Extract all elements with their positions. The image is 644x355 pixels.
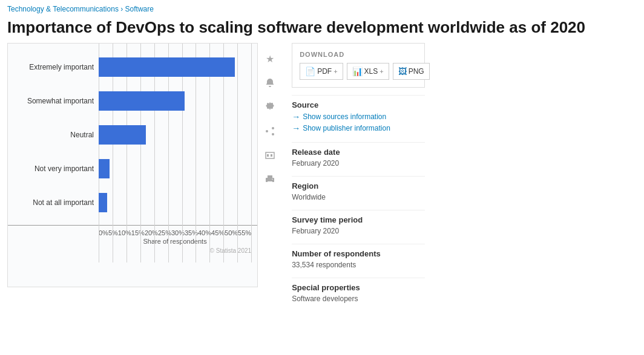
show-publisher-text: Show publisher information	[303, 124, 390, 132]
bar-container	[99, 90, 251, 112]
download-box: DOWNLOAD 📄 PDF + 📊 XLS + 🖼 PNG	[292, 43, 425, 88]
bar-row: Extremely important	[99, 56, 251, 79]
png-icon: 🖼	[398, 67, 407, 76]
pdf-label: PDF	[317, 67, 332, 76]
pdf-icon: 📄	[305, 67, 315, 76]
action-icons-panel: ★	[258, 43, 282, 309]
bar-label: Neutral	[9, 131, 94, 139]
print-icon[interactable]	[261, 171, 278, 188]
gear-icon[interactable]	[261, 99, 278, 116]
download-pdf-button[interactable]: 📄 PDF +	[300, 63, 343, 80]
show-publisher-link[interactable]: → Show publisher information	[292, 123, 425, 133]
release-date-label: Release date	[292, 148, 425, 157]
chart-inner: Extremely importantSomewhat importantNeu…	[8, 50, 257, 225]
x-tick: 45%	[211, 229, 225, 236]
x-tick: 40%	[198, 229, 211, 236]
bar-row: Somewhat important	[99, 90, 251, 112]
star-icon[interactable]: ★	[261, 50, 278, 67]
download-png-button[interactable]: 🖼 PNG	[393, 63, 430, 80]
show-sources-link[interactable]: → Show sources information	[292, 112, 425, 122]
bar-label: Somewhat important	[9, 97, 94, 105]
bar-row: Not very important	[99, 157, 251, 180]
show-sources-text: Show sources information	[303, 112, 386, 121]
bar-container	[99, 158, 251, 180]
bar-label: Not at all important	[9, 198, 94, 207]
bell-icon[interactable]	[261, 74, 278, 91]
region-label: Region	[292, 181, 425, 191]
x-tick: 30%	[171, 229, 185, 236]
x-tick: 50%	[225, 229, 238, 236]
respondents-section: Number of respondents 33,534 respondents	[292, 244, 425, 275]
bar-fill	[99, 57, 235, 77]
breadcrumb: Technology & Telecommunications › Softwa…	[0, 0, 644, 16]
bar-fill	[99, 125, 146, 145]
bar-label: Extremely important	[9, 63, 94, 71]
x-tick: 10%	[118, 229, 131, 236]
breadcrumb-separator: ›	[120, 5, 123, 13]
x-tick: 20%	[145, 229, 158, 236]
chart-area: Extremely importantSomewhat importantNeu…	[7, 43, 258, 287]
region-section: Region Worldwide	[292, 176, 425, 207]
release-date-value: February 2020	[292, 159, 425, 168]
download-xls-button[interactable]: 📊 XLS +	[347, 63, 389, 80]
bar-fill	[99, 193, 107, 212]
source-section: Source → Show sources information → Show…	[292, 95, 425, 140]
special-label: Special properties	[292, 283, 425, 292]
bar-row: Not at all important	[99, 191, 251, 214]
respondents-label: Number of respondents	[292, 249, 425, 258]
xls-label: XLS	[364, 67, 378, 76]
xls-icon: 📊	[352, 67, 363, 76]
png-label: PNG	[409, 67, 424, 76]
respondents-value: 33,534 respondents	[292, 261, 425, 269]
x-tick: 55%	[238, 229, 251, 236]
share-icon[interactable]	[261, 123, 278, 140]
source-label: Source	[292, 100, 425, 109]
bar-container	[99, 56, 251, 78]
x-tick: 5%	[108, 229, 118, 236]
page-title: Importance of DevOps to scaling software…	[0, 16, 644, 43]
survey-period-value: February 2020	[292, 227, 425, 235]
special-section: Special properties Software developers	[292, 278, 425, 309]
survey-period-section: Survey time period February 2020	[292, 210, 425, 241]
survey-period-label: Survey time period	[292, 215, 425, 224]
breadcrumb-current: Software	[125, 5, 154, 13]
bar-fill	[99, 91, 185, 111]
svg-point-2	[272, 133, 274, 135]
sidebar: DOWNLOAD 📄 PDF + 📊 XLS + 🖼 PNG S	[292, 43, 425, 309]
content-wrapper: Extremely importantSomewhat importantNeu…	[0, 43, 644, 309]
copyright: © Statista 2021	[8, 245, 257, 256]
svg-point-1	[266, 130, 268, 132]
arrow-icon-publisher: →	[292, 123, 300, 133]
release-date-section: Release date February 2020	[292, 142, 425, 174]
bar-container	[99, 192, 251, 213]
download-buttons: 📄 PDF + 📊 XLS + 🖼 PNG	[300, 63, 417, 80]
arrow-icon-sources: →	[292, 112, 300, 122]
x-axis-label: Share of respondents	[8, 236, 257, 245]
bar-container	[99, 124, 251, 146]
x-tick: 0%	[99, 229, 108, 236]
svg-point-0	[272, 127, 274, 129]
region-value: Worldwide	[292, 193, 425, 201]
x-tick: 25%	[158, 229, 171, 236]
download-title: DOWNLOAD	[300, 51, 417, 58]
bar-row: Neutral	[99, 123, 251, 146]
special-value: Software developers	[292, 295, 425, 303]
breadcrumb-link-tech[interactable]: Technology & Telecommunications	[7, 5, 119, 13]
chart-section: Extremely importantSomewhat importantNeu…	[7, 43, 282, 309]
x-tick: 35%	[185, 229, 198, 236]
bar-label: Not very important	[9, 164, 94, 173]
bar-fill	[99, 159, 110, 178]
x-axis: 0%5%10%15%20%25%30%35%40%45%50%55%	[8, 225, 257, 236]
quote-icon[interactable]	[261, 147, 278, 164]
chart-body: Extremely importantSomewhat importantNeu…	[7, 43, 258, 309]
x-tick: 15%	[131, 229, 145, 236]
